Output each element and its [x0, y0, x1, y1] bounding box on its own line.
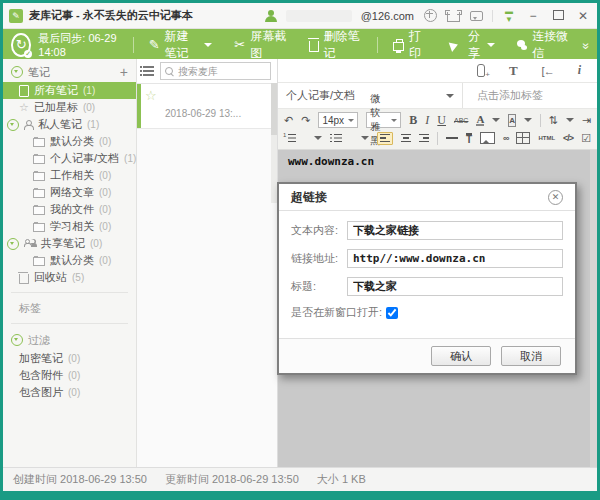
dialog-close-icon[interactable]: ✕ [548, 190, 563, 205]
sidebar-item-shared-default-category[interactable]: 默认分类 (0) [3, 252, 136, 269]
main-menu-chevron-icon[interactable]: ▬▼ [502, 9, 516, 23]
ordered-list-icon[interactable] [284, 134, 296, 143]
created-time: 创建时间 2018-06-29 13:50 [13, 472, 147, 487]
editor-scrollbar[interactable] [590, 150, 597, 468]
close-button[interactable]: ✕ [575, 9, 591, 23]
collapse-arrow-icon[interactable] [11, 334, 23, 346]
strikethrough-icon[interactable]: ABC [454, 117, 468, 124]
undo-icon[interactable]: ↶ [284, 114, 293, 127]
format-separator [437, 132, 438, 145]
sidebar-item-with-attachments[interactable]: 包含附件 (0) [3, 367, 136, 384]
sidebar-item-encrypted-notes[interactable]: 加密笔记 (0) [3, 350, 136, 367]
note-size: 大小 1 KB [317, 472, 366, 487]
sync-status[interactable]: ↻ 最后同步: 06-29 14:08 [11, 31, 127, 58]
theme-shirt-icon[interactable] [446, 9, 460, 23]
chevron-down-icon[interactable] [566, 118, 574, 126]
clear-format-icon[interactable]: T [466, 133, 472, 144]
sidebar-item-my-files[interactable]: 我的文件 (0) [3, 201, 136, 218]
bold-icon[interactable]: B [409, 113, 417, 128]
bullet-list-icon[interactable] [330, 134, 342, 143]
chevron-down-icon[interactable] [492, 118, 500, 126]
sidebar-item-web-articles[interactable]: 网络文章 (0) [3, 184, 136, 201]
sidebar-item-work[interactable]: 工作相关 (0) [3, 167, 136, 184]
indent-icon[interactable]: ⇥ [582, 114, 591, 127]
align-left-icon[interactable] [377, 132, 393, 145]
line-height-icon[interactable]: ⇅ [549, 114, 558, 127]
collapse-arrow-icon[interactable] [11, 66, 23, 78]
minimize-button[interactable]: − [525, 9, 541, 23]
printer-icon [393, 42, 404, 51]
star-icon[interactable]: ☆ [145, 88, 157, 103]
html-mode-icon[interactable]: HTML [538, 135, 555, 141]
notes-section-header[interactable]: 笔记 + [3, 62, 136, 82]
highlight-color-icon[interactable]: A [508, 114, 516, 127]
chevron-down-icon[interactable] [524, 118, 532, 126]
collapse-arrow-icon[interactable] [7, 238, 19, 250]
share-button[interactable]: 分享 [441, 28, 505, 62]
filter-section-header[interactable]: 过滤 [3, 330, 136, 350]
horizontal-rule-icon[interactable] [446, 137, 458, 139]
todo-checkbox-icon[interactable]: ☑ [581, 132, 591, 145]
underline-icon[interactable]: U [437, 113, 446, 128]
collapse-arrow-icon[interactable] [7, 119, 19, 131]
sidebar-item-starred[interactable]: ☆ 已加星标 (0) [3, 99, 136, 116]
user-email-domain: @126.com [361, 10, 414, 22]
title-format-icon[interactable]: T [509, 63, 518, 79]
insert-link-icon[interactable]: ∞ [503, 133, 508, 143]
search-box[interactable] [160, 62, 271, 80]
font-size-dropdown[interactable]: 14px [318, 112, 358, 128]
scrollbar-thumb[interactable] [271, 83, 277, 135]
search-input[interactable] [176, 65, 266, 78]
sidebar-item-with-images[interactable]: 包含图片 (0) [3, 384, 136, 401]
export-icon[interactable]: [← [542, 65, 554, 77]
link-url-input[interactable] [347, 249, 563, 268]
sidebar: 笔记 + 所有笔记 (1) ☆ 已加星标 (0) 私人笔记 (1) 默认 [3, 59, 137, 468]
note-list-item[interactable]: ☆ 2018-06-29 13:... [137, 84, 277, 129]
feedback-icon[interactable] [469, 9, 483, 23]
sidebar-item-personal-docs[interactable]: 个人记事/文档 (1) [3, 150, 136, 167]
format-toolbar: ↶ ↷ 14px 微软雅黑 B I U ABC A [278, 109, 597, 150]
sidebar-item-default-category[interactable]: 默认分类 (0) [3, 133, 136, 150]
chevron-down-icon[interactable] [361, 136, 369, 144]
folder-icon [33, 155, 45, 164]
text-content-input[interactable] [347, 221, 563, 240]
toolbar-more-chevron[interactable]: » [580, 42, 594, 47]
add-tag-field[interactable]: 点击添加标签 [463, 88, 557, 103]
sidebar-item-recycle-bin[interactable]: 回收站 (5) [3, 269, 136, 286]
sidebar-item-all-notes[interactable]: 所有笔记 (1) [3, 82, 136, 99]
delete-note-button[interactable]: 删除笔记 [300, 28, 371, 62]
insert-table-icon[interactable] [516, 132, 530, 144]
gift-icon[interactable] [423, 9, 437, 23]
chevron-down-icon [348, 119, 354, 125]
user-email-blurred [286, 10, 352, 22]
info-icon[interactable]: i [578, 63, 581, 78]
align-center-icon[interactable] [401, 134, 411, 143]
insert-image-icon[interactable] [480, 132, 495, 144]
italic-icon[interactable]: I [425, 113, 429, 128]
last-sync-label: 最后同步: 06-29 14:08 [38, 31, 127, 58]
confirm-button[interactable]: 确认 [431, 346, 491, 366]
maximize-button[interactable] [550, 9, 566, 23]
new-note-button[interactable]: ✎ 新建笔记 [140, 28, 222, 62]
code-icon[interactable]: </> [563, 133, 573, 143]
font-color-icon[interactable]: A [476, 114, 484, 126]
screenshot-button[interactable]: ✂ 屏幕截图 [225, 28, 296, 62]
title-input[interactable] [347, 277, 563, 296]
align-right-icon[interactable] [419, 134, 429, 143]
sidebar-item-private-notes[interactable]: 私人笔记 (1) [3, 116, 136, 133]
add-notebook-button[interactable]: + [120, 64, 128, 80]
font-family-dropdown[interactable]: 微软雅黑 [366, 112, 401, 128]
cancel-button[interactable]: 取消 [501, 346, 561, 366]
list-view-icon[interactable] [143, 66, 154, 68]
user-avatar-icon[interactable] [265, 10, 277, 22]
print-button[interactable]: 打印 [384, 28, 437, 62]
redo-icon[interactable]: ↷ [301, 114, 310, 127]
sidebar-item-shared-notes[interactable]: 共享笔记 (0) [3, 235, 136, 252]
tags-section-header[interactable]: 标签 [3, 299, 136, 317]
connect-wechat-button[interactable]: 连接微信 [508, 28, 580, 62]
chevron-down-icon[interactable] [314, 136, 322, 144]
title-label: 标题: [291, 279, 347, 294]
open-new-window-checkbox[interactable] [386, 307, 398, 319]
sidebar-item-study[interactable]: 学习相关 (0) [3, 218, 136, 235]
attachment-icon[interactable] [477, 64, 485, 77]
